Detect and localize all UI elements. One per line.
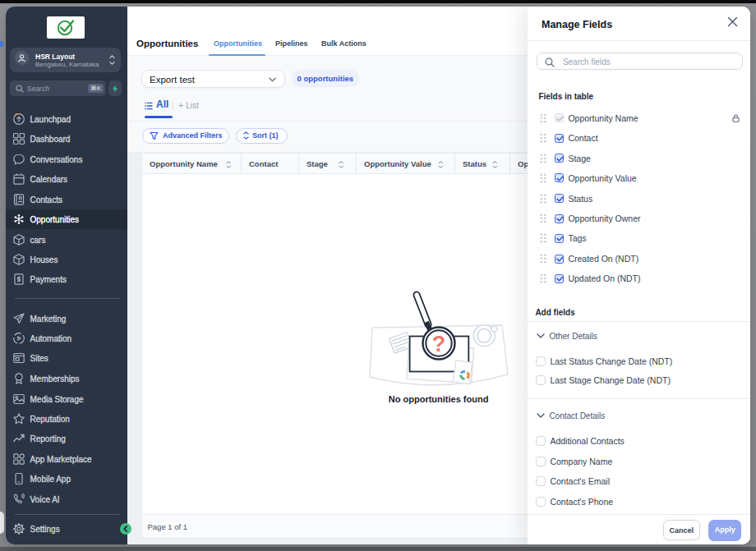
svg-text:?: ? [432, 332, 446, 356]
